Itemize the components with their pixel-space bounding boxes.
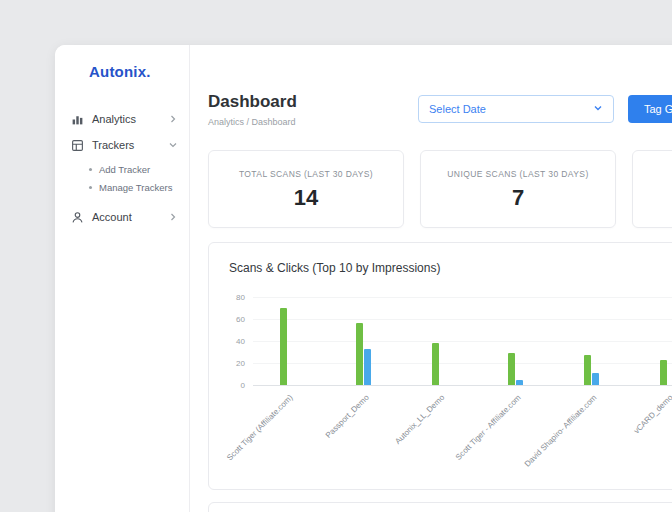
stats-row: TOTAL SCANS (LAST 30 DAYS) 14 UNIQUE SCA… xyxy=(208,150,672,228)
clicks-bar xyxy=(364,349,371,385)
select-date-dropdown[interactable]: Select Date xyxy=(418,95,614,123)
gridline xyxy=(253,341,672,342)
select-date-label: Select Date xyxy=(429,103,486,115)
scans-bar xyxy=(584,355,591,385)
gridline xyxy=(253,385,672,386)
sidebar-item-label: Analytics xyxy=(92,113,136,125)
y-axis-tick-label: 0 xyxy=(241,381,245,390)
clicks-bar xyxy=(592,373,599,385)
scans-bar xyxy=(356,323,363,385)
gridline xyxy=(253,297,672,298)
bar-chart-plot: Scott Tiger (Affiliate.com)Passport_Demo… xyxy=(253,297,672,385)
sidebar: Autonix. Analytics Trackers xyxy=(55,45,190,512)
gridline xyxy=(253,363,672,364)
bottom-card-partial xyxy=(208,502,672,512)
y-axis-tick-label: 40 xyxy=(236,337,245,346)
stat-label: UNIQUE SCANS (LAST 30 DAYS) xyxy=(421,169,615,179)
chevron-down-icon xyxy=(169,141,177,149)
sidebar-item-trackers[interactable]: Trackers xyxy=(55,132,189,158)
y-axis-tick-label: 20 xyxy=(236,359,245,368)
sub-item-label: Add Tracker xyxy=(99,164,150,175)
stat-card-unique-scans: UNIQUE SCANS (LAST 30 DAYS) 7 xyxy=(420,150,616,228)
page-header: Dashboard Analytics / Dashboard Select D… xyxy=(208,92,672,128)
chevron-right-icon xyxy=(169,115,177,123)
y-axis-tick-label: 80 xyxy=(236,293,245,302)
sidebar-item-analytics[interactable]: Analytics xyxy=(55,106,189,132)
sidebar-nav: Analytics Trackers Add Tracker xyxy=(55,106,189,230)
stat-value: 14 xyxy=(209,185,403,211)
sidebar-item-account[interactable]: Account xyxy=(55,204,189,230)
clicks-bar xyxy=(516,380,523,386)
sidebar-subitem-add-tracker[interactable]: Add Tracker xyxy=(55,160,189,178)
chevron-down-icon xyxy=(593,103,603,115)
sub-item-label: Manage Trackers xyxy=(99,182,172,193)
app-window: Autonix. Analytics Trackers xyxy=(55,45,672,512)
grid-icon xyxy=(71,139,84,152)
scans-bar xyxy=(660,360,667,385)
scans-clicks-chart-card: Scans & Clicks (Top 10 by Impressions) 0… xyxy=(208,242,672,490)
scans-bar xyxy=(508,353,515,385)
stat-card-total-scans: TOTAL SCANS (LAST 30 DAYS) 14 xyxy=(208,150,404,228)
user-icon xyxy=(71,211,84,224)
bullet-icon xyxy=(89,168,92,171)
stat-card-third xyxy=(632,150,672,228)
sidebar-item-label: Trackers xyxy=(92,139,134,151)
bar-chart-icon xyxy=(71,113,84,126)
gridline xyxy=(253,319,672,320)
chevron-right-icon xyxy=(169,213,177,221)
chart-y-axis: 020406080 xyxy=(229,297,253,385)
scans-bar xyxy=(280,308,287,385)
scans-bar xyxy=(432,343,439,385)
bullet-icon xyxy=(89,186,92,189)
main-content: Dashboard Analytics / Dashboard Select D… xyxy=(190,45,672,512)
y-axis-tick-label: 60 xyxy=(236,315,245,324)
trackers-submenu: Add Tracker Manage Trackers xyxy=(55,158,189,204)
brand-logo: Autonix. xyxy=(55,63,189,80)
sidebar-subitem-manage-trackers[interactable]: Manage Trackers xyxy=(55,178,189,196)
chart-title: Scans & Clicks (Top 10 by Impressions) xyxy=(229,261,672,275)
stat-label: TOTAL SCANS (LAST 30 DAYS) xyxy=(209,169,403,179)
bar-chart: 020406080 Scott Tiger (Affiliate.com)Pas… xyxy=(229,297,672,385)
stat-value: 7 xyxy=(421,185,615,211)
tag-group-button[interactable]: Tag Group xyxy=(628,95,672,123)
sidebar-item-label: Account xyxy=(92,211,132,223)
